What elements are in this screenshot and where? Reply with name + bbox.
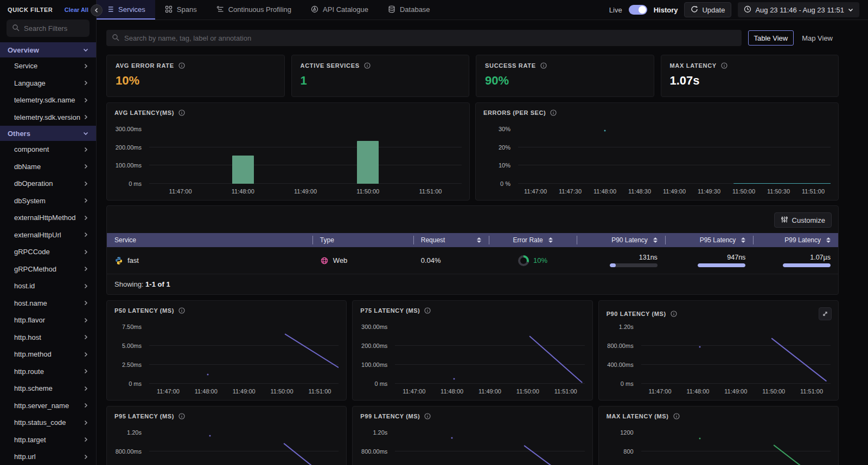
- filter-search-box[interactable]: [7, 20, 90, 37]
- sort-icon[interactable]: [477, 237, 481, 243]
- sidebar-item-telemetry-sdk-name[interactable]: telemetry.sdk.name: [0, 92, 96, 109]
- customize-button[interactable]: Customize: [774, 212, 832, 228]
- sidebar-item-externalHttpUrl[interactable]: externalHttpUrl: [0, 227, 96, 244]
- clear-all-link[interactable]: Clear All: [65, 7, 88, 13]
- sidebar-item-dbOperation[interactable]: dbOperation: [0, 175, 96, 192]
- sidebar-item-http-server_name[interactable]: http.server_name: [0, 397, 96, 415]
- tab-spans[interactable]: Spans: [155, 0, 207, 20]
- info-icon[interactable]: [424, 413, 431, 419]
- gridline: [641, 383, 831, 384]
- x-tick-label: 11:50:30: [767, 188, 790, 195]
- sidebar-item-component[interactable]: component: [0, 141, 96, 158]
- sidebar-item-http-target[interactable]: http.target: [0, 431, 96, 449]
- sidebar-item-Language[interactable]: Language: [0, 75, 96, 92]
- sidebar-collapse-button[interactable]: [91, 4, 103, 16]
- table-row[interactable]: fastWeb0.04%10%131ns947ns1.07µs: [107, 247, 838, 274]
- database-icon: [388, 5, 395, 13]
- chart-plot-area: [149, 432, 339, 465]
- sidebar-item-gRPCCode[interactable]: gRPCCode: [0, 243, 96, 261]
- info-icon[interactable]: [673, 413, 680, 419]
- sort-icon[interactable]: [653, 237, 658, 243]
- sidebar-item-label: http.target: [14, 436, 46, 444]
- sort-icon[interactable]: [741, 237, 745, 243]
- sidebar-item-Service[interactable]: Service: [0, 57, 96, 75]
- y-tick-label: 100.00ms: [116, 162, 142, 169]
- info-icon[interactable]: [424, 307, 431, 314]
- tab-services[interactable]: Services: [97, 0, 155, 20]
- info-icon[interactable]: [178, 62, 185, 69]
- sidebar-item-gRPCMethod[interactable]: gRPCMethod: [0, 261, 96, 278]
- column-header-request[interactable]: Request: [413, 233, 489, 247]
- info-icon[interactable]: [721, 62, 727, 69]
- column-header-p95-latency[interactable]: P95 Latency: [665, 233, 754, 247]
- table-view-button[interactable]: Table View: [748, 30, 794, 46]
- sort-icon[interactable]: [548, 237, 553, 243]
- chart-data-point: [451, 437, 453, 439]
- chart-bar[interactable]: [232, 156, 254, 184]
- chevron-right-icon: [83, 98, 88, 103]
- tab-database[interactable]: Database: [378, 0, 440, 20]
- date-range-picker[interactable]: Aug 23 11:46 - Aug 23 11:51: [738, 2, 859, 17]
- chart-plot-area: [641, 327, 831, 384]
- chart-line-segment: [284, 333, 339, 369]
- sidebar-item-http-url[interactable]: http.url: [0, 448, 96, 465]
- update-button[interactable]: Update: [684, 2, 731, 17]
- tab-continuous-profiling[interactable]: Continuous Profiling: [207, 0, 301, 20]
- y-axis-labels: 0 ms100.00ms200.00ms300.00ms: [353, 327, 392, 384]
- info-icon[interactable]: [540, 62, 547, 69]
- p99-latency-bar-fill: [783, 263, 831, 267]
- request-value: 0.04%: [421, 256, 441, 264]
- list-icon: [106, 5, 114, 13]
- sidebar-item-dbSystem[interactable]: dbSystem: [0, 192, 96, 210]
- info-icon[interactable]: [550, 109, 557, 116]
- update-button-label: Update: [702, 6, 725, 14]
- sort-icon[interactable]: [826, 237, 831, 243]
- info-icon[interactable]: [178, 413, 185, 419]
- column-header-p99-latency[interactable]: P99 Latency: [753, 233, 838, 247]
- sidebar-item-label: gRPCMethod: [14, 265, 56, 273]
- toggle-knob: [639, 6, 646, 14]
- chart-title: AVG LATENCY(MS): [114, 109, 174, 116]
- stat-card-value: 90%: [485, 74, 645, 88]
- column-header-p90-latency[interactable]: P90 Latency: [577, 233, 665, 247]
- sidebar-item-host-id[interactable]: host.id: [0, 277, 96, 295]
- stat-card-title: AVG ERROR RATE: [116, 62, 276, 69]
- y-axis-labels: 04008001200: [599, 432, 638, 465]
- filter-search-input[interactable]: [24, 24, 84, 33]
- info-icon[interactable]: [364, 62, 371, 69]
- tab-api-catalogue[interactable]: API Catalogue: [301, 0, 378, 20]
- info-icon[interactable]: [178, 307, 185, 314]
- map-view-button[interactable]: Map View: [796, 30, 839, 46]
- service-search-bar[interactable]: [106, 30, 742, 46]
- sidebar-item-telemetry-sdk-version[interactable]: telemetry.sdk.version: [0, 109, 96, 126]
- chart-data-point: [699, 437, 700, 439]
- x-tick-label: 11:50:00: [732, 188, 755, 195]
- sidebar-item-dbName[interactable]: dbName: [0, 158, 96, 176]
- chart-p95-latency: P95 LATENCY (MS)0 ms400.00ms800.00ms1.20…: [106, 406, 347, 465]
- filter-section-overview[interactable]: Overview: [0, 42, 96, 57]
- chart-bar[interactable]: [357, 141, 379, 184]
- expand-chart-button[interactable]: [819, 307, 832, 320]
- chevron-down-icon: [848, 7, 853, 12]
- sidebar-item-http-host[interactable]: http.host: [0, 329, 96, 346]
- info-icon[interactable]: [178, 109, 185, 116]
- service-search-input[interactable]: [124, 34, 736, 42]
- x-tick-label: 11:47:00: [157, 388, 180, 395]
- sidebar-item-http-method[interactable]: http.method: [0, 346, 96, 363]
- x-tick-label: 11:49:00: [294, 188, 317, 195]
- info-icon[interactable]: [671, 311, 677, 317]
- sidebar-item-http-route[interactable]: http.route: [0, 363, 96, 380]
- chart-line-segment: [771, 338, 827, 382]
- y-tick-label: 2.50ms: [122, 361, 142, 368]
- stat-title-label: MAX LATENCY: [670, 62, 717, 69]
- history-label: History: [654, 6, 678, 14]
- column-header-label: P90 Latency: [611, 236, 648, 244]
- live-history-toggle[interactable]: [629, 5, 647, 15]
- filter-section-others[interactable]: Others: [0, 126, 96, 141]
- sidebar-item-http-status_code[interactable]: http.status_code: [0, 414, 96, 431]
- column-header-error-rate[interactable]: Error Rate: [489, 233, 577, 247]
- sidebar-item-host-name[interactable]: host.name: [0, 295, 96, 312]
- sidebar-item-http-scheme[interactable]: http.scheme: [0, 380, 96, 397]
- sidebar-item-http-flavor[interactable]: http.flavor: [0, 312, 96, 329]
- sidebar-item-externalHttpMethod[interactable]: externalHttpMethod: [0, 209, 96, 227]
